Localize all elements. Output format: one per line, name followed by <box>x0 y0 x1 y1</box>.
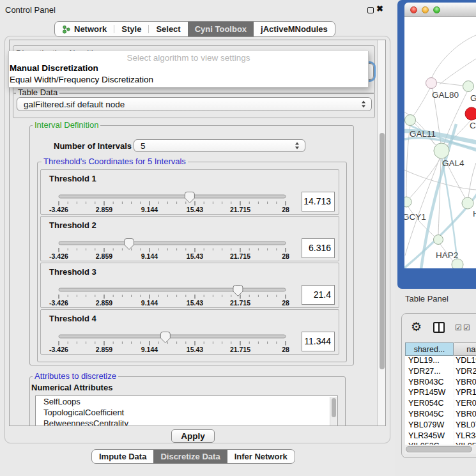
network-node[interactable] <box>426 78 437 89</box>
algorithm-dropdown-popup: Select algorithm to view settings Manual… <box>8 51 369 88</box>
network-edge <box>440 59 476 84</box>
slider-thumb[interactable] <box>160 332 170 343</box>
scale-label: 21.715 <box>230 346 250 353</box>
network-edge <box>442 159 457 259</box>
node-label: GAL11 <box>410 129 436 139</box>
table-row[interactable]: YLR345WYLR345W <box>405 431 476 442</box>
control-panel-window: Control Panel ✖ NetworkStyleSelectCyni T… <box>0 0 395 476</box>
table-row[interactable]: YDR27...YDR27... <box>405 367 476 378</box>
table-row[interactable]: YER054CYER054C <box>405 399 476 410</box>
network-canvas[interactable]: GAL80GACGAL11GAL4GCY1HHAP2 <box>404 17 476 268</box>
tab-impute-data[interactable]: Impute Data <box>92 450 153 463</box>
number-of-intervals-label: Number of Intervals <box>54 141 132 151</box>
scale-label: 15.43 <box>187 206 203 213</box>
network-node[interactable] <box>434 143 449 158</box>
numerical-attributes-label: Numerical Attributes <box>31 383 112 392</box>
tab-select[interactable]: Select <box>149 22 187 36</box>
attribute-list-item[interactable]: TopologicalCoefficient <box>36 407 337 418</box>
scale-label: -3.426 <box>49 346 68 353</box>
slider-thumb[interactable] <box>185 192 194 203</box>
thresholds-group-title: Threshold's Coordinates for 5 Intervals <box>42 157 188 166</box>
table-row[interactable]: YBR045CYBR045C <box>405 410 476 420</box>
table-body: YDL19...YDL19...YDR27...YDR27...YBR043CY… <box>405 356 476 445</box>
gear-icon[interactable]: ⚙ <box>411 319 422 334</box>
dropdown-option[interactable]: Equal Width/Frequency Discretization <box>9 74 368 86</box>
slider-thumb[interactable] <box>125 239 134 250</box>
tab-cyni-toolbox[interactable]: Cyni Toolbox <box>188 22 254 36</box>
panel-scrollbar-thumb[interactable] <box>380 133 385 369</box>
node-table: shared... name YDL19...YDL19...YDR27...Y… <box>405 342 476 448</box>
scale-label: 2.859 <box>96 252 112 260</box>
threshold-value-field[interactable]: 14.713 <box>302 192 335 211</box>
scale-label: 2.859 <box>96 206 112 213</box>
threshold-value-field[interactable]: 6.316 <box>302 238 335 258</box>
scale-label: 15.43 <box>187 299 203 307</box>
network-edge <box>432 35 476 77</box>
minimize-traffic-light[interactable] <box>422 6 429 13</box>
threshold-slider[interactable] <box>41 327 340 348</box>
numerical-attributes-list[interactable]: SelfLoopsTopologicalCoefficientBetweenne… <box>35 395 338 426</box>
threshold-slider[interactable] <box>41 187 340 208</box>
checkbox-icon[interactable]: ☑ <box>455 323 462 332</box>
number-of-intervals-combobox[interactable]: 5 <box>134 139 305 152</box>
table-row[interactable]: YPR145WYPR145W <box>405 388 476 399</box>
scale-label: 2.859 <box>96 346 112 353</box>
table-row[interactable]: YDL19...YDL19... <box>405 356 476 367</box>
table-panel-title: Table Panel <box>405 294 449 303</box>
network-icon <box>62 25 71 34</box>
list-scrollbar[interactable] <box>330 397 337 426</box>
threshold-panel: Threshold 3-3.4262.8599.14415.4321.71528… <box>40 263 339 308</box>
table-row[interactable]: YBR043CYBR043C <box>405 378 476 388</box>
list-scrollbar-thumb[interactable] <box>332 398 336 417</box>
tab-infer-network[interactable]: Infer Network <box>227 450 295 463</box>
network-node[interactable] <box>462 197 473 209</box>
network-node[interactable] <box>405 115 416 126</box>
scale-label: 9.144 <box>141 299 158 307</box>
panel-scrollbar[interactable] <box>377 40 386 426</box>
top-tab-bar: NetworkStyleSelectCyni ToolboxjActiveMNo… <box>54 21 335 37</box>
settings-scroll-area: Discretization Algorithm Table Data galF… <box>9 40 386 426</box>
number-of-intervals-value: 5 <box>141 141 146 151</box>
column-header-shared-name[interactable]: shared... <box>405 342 454 356</box>
scale-label: 28 <box>282 252 289 260</box>
scale-label: 21.715 <box>230 299 250 307</box>
table-data-combobox[interactable]: galFiltered.sif default node <box>17 97 372 111</box>
threshold-value-field[interactable]: 11.344 <box>302 332 335 351</box>
dropdown-option[interactable]: Manual Discretization <box>9 63 368 74</box>
zoom-traffic-light[interactable] <box>433 6 440 13</box>
checkbox-icon[interactable]: ☑ <box>463 323 470 332</box>
threshold-label: Threshold 2 <box>49 220 96 230</box>
column-layout-icon[interactable] <box>433 322 445 333</box>
table-hscrollbar-thumb[interactable] <box>406 446 472 452</box>
close-traffic-light[interactable] <box>410 6 417 13</box>
table-hscrollbar[interactable] <box>405 445 476 454</box>
table-row[interactable]: YBL079WYBL079W <box>405 420 476 431</box>
threshold-slider[interactable] <box>41 280 340 301</box>
tab-discretize-data[interactable]: Discretize Data <box>153 450 227 463</box>
tab-style[interactable]: Style <box>114 22 148 36</box>
network-node[interactable] <box>452 259 463 268</box>
attribute-list-item[interactable]: BetweennessCentrality <box>36 418 337 426</box>
table-data-value: galFiltered.sif default node <box>24 100 125 109</box>
network-node[interactable] <box>404 197 411 207</box>
float-window-icon[interactable] <box>367 7 374 13</box>
tab-jactivemnodules[interactable]: jActiveMNodules <box>254 22 335 36</box>
scale-label: 9.144 <box>141 346 158 353</box>
tab-network[interactable]: Network <box>55 22 114 36</box>
attribute-list-item[interactable]: SelfLoops <box>36 396 337 407</box>
stepper-arrows-icon <box>295 142 300 150</box>
network-view-window: GAL80GACGAL11GAL4GCY1HHAP2 <box>397 0 476 289</box>
apply-button[interactable]: Apply <box>171 429 215 443</box>
close-icon[interactable]: ✖ <box>376 4 383 13</box>
scale-label: 15.43 <box>187 346 203 353</box>
network-node[interactable] <box>434 235 443 245</box>
network-node[interactable] <box>463 81 474 92</box>
network-window-titlebar <box>404 3 476 17</box>
interval-definition-title: Interval Definition <box>33 121 100 130</box>
slider-thumb[interactable] <box>233 286 243 296</box>
threshold-value-field[interactable]: 21.4 <box>302 285 335 305</box>
column-header-name[interactable]: name <box>454 342 476 356</box>
threshold-slider[interactable] <box>41 234 340 254</box>
network-node[interactable] <box>465 107 476 120</box>
scale-label: 28 <box>282 299 289 307</box>
